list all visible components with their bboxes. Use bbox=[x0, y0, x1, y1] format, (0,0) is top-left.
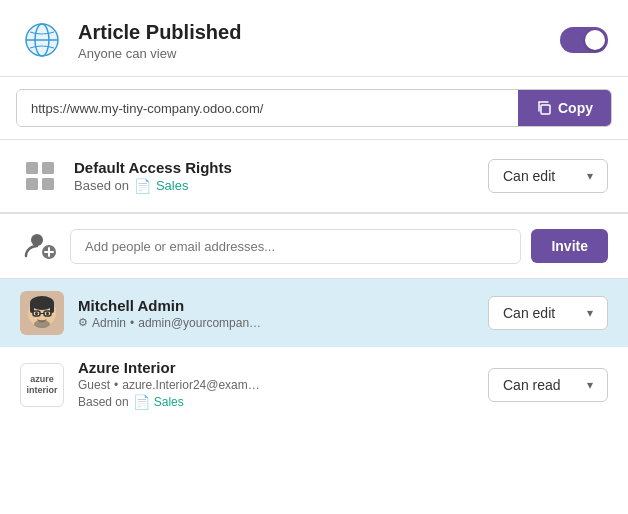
azure-link[interactable]: Sales bbox=[154, 395, 184, 409]
access-rights-title: Default Access Rights bbox=[74, 159, 488, 176]
user-row-azure: azureinterior Azure Interior Guest • azu… bbox=[0, 347, 628, 422]
azure-name: Azure Interior bbox=[78, 359, 488, 376]
azure-based-on: Based on 📄 Sales bbox=[78, 394, 488, 410]
access-permission-dropdown[interactable]: Can edit ▾ bbox=[488, 159, 608, 193]
invite-row: Invite bbox=[0, 213, 628, 279]
dialog-header: Article Published Anyone can view bbox=[0, 0, 628, 77]
mitchell-name: Mitchell Admin bbox=[78, 297, 488, 314]
azure-permission-dropdown[interactable]: Can read ▾ bbox=[488, 368, 608, 402]
dialog-subtitle: Anyone can view bbox=[78, 46, 560, 61]
chevron-down-icon: ▾ bbox=[587, 169, 593, 183]
svg-point-8 bbox=[31, 234, 43, 246]
share-dialog: Article Published Anyone can view https:… bbox=[0, 0, 628, 422]
svg-rect-7 bbox=[42, 178, 54, 190]
invite-input[interactable] bbox=[70, 229, 521, 264]
mitchell-info: Mitchell Admin ⚙ Admin • admin@yourcompa… bbox=[78, 297, 488, 330]
gear-icon: ⚙ bbox=[78, 316, 88, 329]
access-rights-row: Default Access Rights Based on 📄 Sales C… bbox=[0, 140, 628, 212]
svg-rect-6 bbox=[26, 178, 38, 190]
mitchell-permission-dropdown[interactable]: Can edit ▾ bbox=[488, 296, 608, 330]
svg-point-21 bbox=[46, 312, 49, 315]
azure-logo: azureinterior bbox=[22, 370, 61, 400]
add-person-icon bbox=[20, 226, 60, 266]
url-bar: https://www.my-tiny-company.odoo.com/ Co… bbox=[16, 89, 612, 127]
svg-rect-5 bbox=[42, 162, 54, 174]
mitchell-avatar bbox=[20, 291, 64, 335]
publish-toggle[interactable] bbox=[560, 27, 608, 53]
svg-rect-3 bbox=[541, 105, 550, 114]
toggle-wrapper bbox=[560, 27, 608, 53]
copy-icon bbox=[536, 100, 552, 116]
access-based-on: Based on 📄 Sales bbox=[74, 178, 488, 194]
svg-rect-4 bbox=[26, 162, 38, 174]
svg-point-20 bbox=[35, 312, 38, 315]
share-url: https://www.my-tiny-company.odoo.com/ bbox=[17, 91, 518, 126]
azure-sub: Guest • azure.Interior24@exam… bbox=[78, 378, 488, 392]
globe-icon bbox=[20, 18, 64, 62]
access-text: Default Access Rights Based on 📄 Sales bbox=[74, 159, 488, 194]
access-link[interactable]: Sales bbox=[156, 178, 189, 193]
copy-button[interactable]: Copy bbox=[518, 90, 611, 126]
header-text: Article Published Anyone can view bbox=[78, 20, 560, 61]
svg-point-22 bbox=[34, 320, 50, 328]
azure-info: Azure Interior Guest • azure.Interior24@… bbox=[78, 359, 488, 410]
mitchell-sub: ⚙ Admin • admin@yourcompan… bbox=[78, 316, 488, 330]
grid-icon bbox=[20, 156, 60, 196]
dialog-title: Article Published bbox=[78, 20, 560, 44]
chevron-down-icon: ▾ bbox=[587, 306, 593, 320]
doc-icon-azure: 📄 bbox=[133, 394, 150, 410]
invite-button[interactable]: Invite bbox=[531, 229, 608, 263]
doc-icon: 📄 bbox=[134, 178, 151, 194]
azure-avatar: azureinterior bbox=[20, 363, 64, 407]
chevron-down-icon: ▾ bbox=[587, 378, 593, 392]
user-row-mitchell: Mitchell Admin ⚙ Admin • admin@yourcompa… bbox=[0, 279, 628, 347]
